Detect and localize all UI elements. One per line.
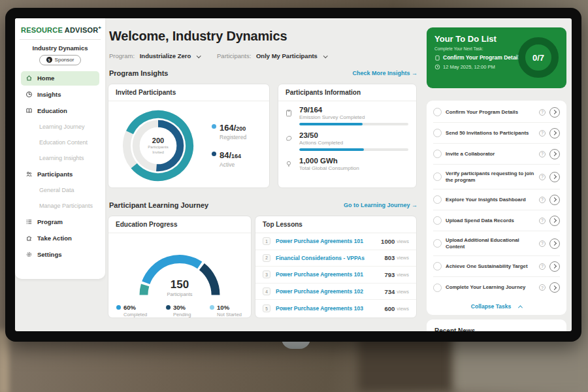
task-row[interactable]: Complete Your Learning Journey ? — [433, 277, 560, 298]
lesson-link[interactable]: Power Purchase Agreements 102 — [276, 288, 384, 295]
invited-participants-donut-chart: 200 Participants Invited — [119, 106, 197, 185]
task-row[interactable]: Upload Additional Educational Content ? — [433, 231, 560, 256]
task-checkbox[interactable] — [433, 150, 442, 158]
filter-bar: Program: Industrialize Zero Participants… — [109, 52, 327, 59]
section-title: Participant Learning Journey — [109, 201, 208, 209]
program-filter-value: Industrialize Zero — [140, 52, 191, 59]
task-open-button[interactable] — [549, 128, 560, 139]
sidebar-item-settings[interactable]: Settings — [21, 248, 99, 262]
task-row[interactable]: Achieve One Sustainability Target ? — [433, 256, 560, 277]
task-open-button[interactable] — [549, 238, 560, 249]
task-row[interactable]: Verify participants requesting to join t… — [433, 165, 560, 189]
lesson-row[interactable]: 1 Power Purchase Agreements 101 1000view… — [255, 233, 416, 250]
sidebar-item-learning-insights[interactable]: Learning Insights — [21, 152, 99, 165]
task-row[interactable]: Upload Spend Data Records ? — [433, 210, 560, 231]
task-row[interactable]: Send 50 Invitations to Participants ? — [433, 123, 560, 144]
sidebar-item-label: Manage Participants — [39, 203, 93, 209]
task-open-button[interactable] — [549, 107, 560, 118]
clipboard-icon — [434, 55, 440, 61]
lesson-views: 600 — [384, 305, 395, 312]
task-checkbox[interactable] — [433, 108, 442, 116]
arrow-right-icon: → — [412, 70, 417, 76]
task-open-button[interactable] — [549, 261, 560, 272]
go-to-learning-journey-link[interactable]: Go to Learning Journey → — [344, 202, 417, 208]
task-checkbox[interactable] — [433, 216, 442, 225]
help-icon[interactable]: ? — [539, 130, 546, 137]
lesson-row[interactable]: 3 Power Purchase Agreements 101 793views — [255, 267, 416, 284]
task-open-button[interactable] — [549, 172, 560, 182]
sidebar-item-home[interactable]: Home — [21, 71, 99, 86]
invited-participants-card: Invited Participants 200 Participants In… — [108, 84, 270, 188]
progress-bar — [299, 123, 408, 125]
sidebar-item-label: Program — [37, 218, 63, 225]
task-checkbox[interactable] — [433, 172, 442, 181]
help-icon[interactable]: ? — [539, 263, 546, 270]
sidebar-item-take-action[interactable]: Take Action — [21, 231, 99, 246]
lesson-views: 793 — [384, 271, 395, 278]
sidebar-item-participants[interactable]: Participants — [21, 167, 99, 182]
sidebar-item-education[interactable]: Education — [21, 104, 99, 118]
lesson-row[interactable]: 2 Financial Considerations - VPPAs 803vi… — [255, 250, 416, 267]
sidebar-item-general-data[interactable]: General Data — [21, 184, 99, 197]
task-open-button[interactable] — [549, 282, 560, 293]
participants-filter[interactable]: Participants: Only My Participants — [217, 52, 327, 59]
task-checkbox[interactable] — [433, 239, 442, 248]
task-open-button[interactable] — [549, 216, 560, 226]
task-row[interactable]: Explore Your Insights Dashboard ? — [433, 189, 560, 210]
lesson-link[interactable]: Power Purchase Agreements 101 — [276, 238, 381, 244]
lesson-row[interactable]: 4 Power Purchase Agreements 102 734views — [255, 284, 416, 301]
sidebar-item-program[interactable]: Program — [21, 215, 99, 229]
task-open-button[interactable] — [549, 195, 560, 205]
lesson-link[interactable]: Power Purchase Agreements 103 — [276, 305, 384, 312]
todo-progress-ring: 0/7 — [518, 37, 559, 78]
task-row[interactable]: Confirm Your Program Details ? — [433, 102, 560, 123]
logo-secondary: ADVISOR — [65, 26, 99, 34]
task-checkbox[interactable] — [433, 129, 442, 137]
card-title: Invited Participants — [108, 84, 269, 101]
gauge-legend: 60% Completed 30% Pending 10% Not Starte… — [108, 297, 251, 318]
task-checkbox[interactable] — [433, 284, 442, 292]
participants-filter-label: Participants: — [217, 52, 251, 59]
donut-legend: 164/200 Registered 84/164 Active — [212, 116, 246, 176]
lesson-link[interactable]: Financial Considerations - VPPAs — [276, 255, 384, 261]
stat-emission-survey: 79/164 Emission Survey Completed — [285, 106, 408, 125]
lesson-views: 803 — [384, 254, 395, 261]
lesson-link[interactable]: Power Purchase Agreements 101 — [276, 271, 384, 278]
help-icon[interactable]: ? — [539, 284, 546, 291]
help-icon[interactable]: ? — [539, 218, 546, 224]
task-checkbox[interactable] — [433, 195, 442, 204]
help-icon[interactable]: ? — [539, 197, 546, 203]
sidebar-item-education-content[interactable]: Education Content — [21, 136, 99, 150]
task-checkbox[interactable] — [433, 262, 442, 270]
stat-actions-completed: 23/50 Actions Completed — [285, 131, 408, 151]
help-icon[interactable]: ? — [539, 109, 546, 116]
legend-dot — [116, 305, 121, 310]
sidebar-item-insights[interactable]: Insights — [21, 88, 99, 102]
sidebar-item-label: Take Action — [37, 235, 72, 242]
sidebar-item-label: Learning Insights — [39, 155, 84, 161]
check-more-insights-link[interactable]: Check More Insights → — [352, 70, 417, 76]
participants-filter-value: Only My Participants — [256, 52, 318, 59]
home-icon — [25, 74, 33, 82]
lesson-rank: 2 — [263, 254, 270, 262]
help-icon[interactable]: ? — [539, 174, 546, 180]
clock-icon — [434, 64, 440, 70]
gauge-center-label: 150 Participants — [116, 278, 244, 297]
task-row[interactable]: Invite a Collaborator ? — [433, 144, 560, 165]
task-open-button[interactable] — [549, 149, 560, 159]
app-logo[interactable]: RESOURCE ADVISOR+ — [21, 25, 99, 34]
legend-registered: 164/200 Registered — [212, 122, 246, 140]
help-icon[interactable]: ? — [539, 240, 546, 247]
sidebar-item-label: Settings — [37, 251, 61, 258]
program-filter[interactable]: Program: Industrialize Zero — [109, 52, 200, 59]
help-icon[interactable]: ? — [539, 151, 546, 157]
sidebar-item-learning-journey[interactable]: Learning Journey — [21, 120, 99, 134]
lesson-views: 734 — [384, 288, 395, 295]
lesson-rank: 4 — [263, 287, 270, 295]
sidebar-item-manage-participants[interactable]: Manage Participants — [21, 199, 99, 213]
lesson-row[interactable]: 5 Power Purchase Agreements 103 600views — [255, 300, 416, 317]
program-filter-label: Program: — [109, 52, 135, 59]
collapse-tasks-link[interactable]: Collapse Tasks — [433, 298, 560, 315]
sidebar-item-label: General Data — [39, 187, 74, 193]
sidebar: RESOURCE ADVISOR+ Industry Dynamics $ Sp… — [15, 18, 105, 279]
